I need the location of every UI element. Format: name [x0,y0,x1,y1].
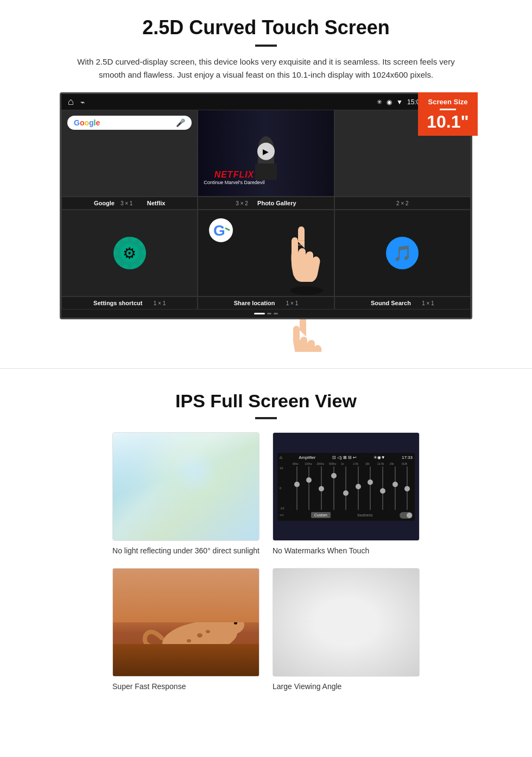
bluetooth-icon: ✳ [377,98,382,106]
feature-car-image [273,568,420,677]
google-label: Google 3 × 1 Netflix [61,197,198,210]
section1-title: 2.5D Curved Touch Screen [60,16,472,39]
google-maps-logo: G [209,218,233,244]
google-app-cell[interactable]: Google 🎤 [61,110,198,197]
screen-mockup-container: Screen Size 10.1" ⌂ ⌁ ✳ ◉ ▼ 15:06 [60,92,472,319]
badge-size: 10.1" [426,113,470,130]
svg-point-3 [290,286,323,295]
amp-title: Amplifier [299,455,315,460]
feature-car: Large Viewing Angle [273,568,420,691]
amp-home-icon: ⌂ [280,455,282,460]
feature-cheetah-image [112,568,259,677]
settings-app-cell[interactable]: ⚙ ⚙ [61,210,198,297]
section-divider [0,368,532,369]
svg-point-18 [206,630,210,633]
eq-slider-9[interactable] [390,466,401,510]
hand-below-screen [60,319,472,352]
eq-left-labels: 10 0 -10 [280,466,292,510]
eq-slider-3[interactable] [316,466,327,510]
feature-amplifier: ⌂ Amplifier ⊡ ◁) ⊠ ⊟ ↩ ✳◉▼ 17:33 60hz 10… [273,432,420,555]
eq-slider-4[interactable] [328,466,339,510]
badge-divider [440,109,456,110]
page-dot-2 [274,313,278,314]
eq-slider-1[interactable] [292,466,302,510]
feature-amplifier-label: No Watermarks When Touch [273,546,420,555]
home-icon: ⌂ [68,96,74,108]
app-label-row1: Google 3 × 1 Netflix 3 × 2 Photo Gallery… [61,197,471,210]
section-curved-screen: 2.5D Curved Touch Screen With 2.5D curve… [27,0,505,357]
sound-search-icon: 🎵 [386,237,419,269]
section2-underline [255,417,277,419]
netflix-logo-text: NETFLIX [204,170,264,180]
mic-icon: 🎤 [176,118,185,127]
amp-icons: ⊡ ◁) ⊠ ⊟ ↩ [332,455,357,460]
eq-slider-6[interactable] [353,466,364,510]
app-grid-row2: ⚙ ⚙ G [61,210,471,297]
badge-label: Screen Size [426,98,470,106]
loudness-toggle[interactable] [400,512,413,519]
section2-title: IPS Full Screen View [112,390,420,412]
eq-slider-10[interactable] [402,466,413,510]
page-indicator [61,310,471,318]
svg-point-17 [187,639,191,642]
share-location-cell[interactable]: G [198,210,334,297]
feature-amplifier-image: ⌂ Amplifier ⊡ ◁) ⊠ ⊟ ↩ ✳◉▼ 17:33 60hz 10… [273,432,420,541]
location-icon: ◉ [387,98,392,106]
feature-sunlight: No light reflecting under 360° direct su… [112,432,259,555]
page-dot-1 [267,313,271,314]
screen-size-badge: Screen Size 10.1" [418,92,478,136]
feature-car-label: Large Viewing Angle [273,682,420,691]
feature-sunlight-label: No light reflecting under 360° direct su… [112,546,259,555]
freq-labels: 60hz 100hz 200hz 500hz 1k 2.5k 10k 12.5k… [280,462,413,465]
feature-sunlight-image [112,432,259,541]
feature-cheetah-label: Super Fast Response [112,682,259,691]
hand-svg [254,319,363,352]
google-logo: Google [74,118,100,127]
svg-text:G: G [213,222,225,239]
netflix-play-button[interactable]: ▶ [257,143,275,160]
cheetah-visual [113,569,259,676]
amp-time: 17:33 [402,455,413,460]
custom-button[interactable]: Custom [311,512,331,518]
eq-slider-7[interactable] [365,466,376,510]
amp-bottom: << Custom loudness [280,512,413,519]
page-dot-active [254,313,265,314]
eq-slider-8[interactable] [377,466,388,510]
sound-search-cell[interactable]: 🎵 [334,210,471,297]
app-label-row2: Settings shortcut 1 × 1 Share location 1… [61,297,471,310]
svg-point-16 [197,633,202,638]
amp-wifi: ✳◉▼ [373,455,385,460]
usb-icon: ⌁ [80,98,85,106]
hand-pointing-icon [280,220,334,296]
google-search-bar[interactable]: Google 🎤 [67,116,192,130]
device-screen: ⌂ ⌁ ✳ ◉ ▼ 15:06 ⊡ ◁) ⊠ ⊟ [60,92,472,319]
sound-label: Sound Search 1 × 1 [334,297,471,310]
eq-sliders [292,466,413,510]
netflix-logo-overlay: NETFLIX Continue Marvel's Daredevil [204,170,264,185]
sunlight-visual [113,433,259,540]
netflix-label: 3 × 2 Photo Gallery [198,197,334,210]
eq-slider-5[interactable] [340,466,351,510]
settings-label: Settings shortcut 1 × 1 [61,297,198,310]
eq-area: 10 0 -10 [280,466,413,510]
signal-icon: ▼ [396,98,403,106]
feature-cheetah: Super Fast Response [112,568,259,691]
section-ips-screen: IPS Full Screen View No light reflecting… [80,380,452,707]
app-grid-row1: Google 🎤 [61,110,471,197]
eq-slider-2[interactable] [304,466,315,510]
car-visual [273,569,419,676]
gallery-label: 2 × 2 [334,197,471,210]
section1-description: With 2.5D curved-display screen, this de… [76,55,456,81]
netflix-subtitle: Continue Marvel's Daredevil [204,180,264,185]
netflix-app-cell[interactable]: ▶ NETFLIX Continue Marvel's Daredevil [198,110,334,197]
status-bar-left: ⌂ ⌁ [68,96,85,108]
status-bar: ⌂ ⌁ ✳ ◉ ▼ 15:06 ⊡ ◁) ⊠ ⊟ [61,94,471,110]
amplifier-visual: ⌂ Amplifier ⊡ ◁) ⊠ ⊟ ↩ ✳◉▼ 17:33 60hz 10… [273,433,419,540]
feature-grid: No light reflecting under 360° direct su… [112,432,420,691]
share-label: Share location 1 × 1 [198,297,334,310]
title-underline [255,45,277,47]
